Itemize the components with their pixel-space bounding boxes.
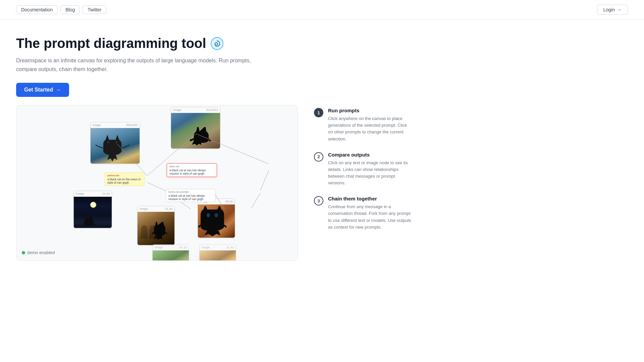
cat-svg-2 bbox=[171, 113, 220, 149]
image-node-1[interactable]: image 384x384 bbox=[90, 122, 140, 164]
step-title-1: Run prompts bbox=[328, 108, 412, 113]
image-content-1 bbox=[91, 128, 140, 164]
step-title-3: Chain them together bbox=[328, 196, 412, 201]
nav-documentation[interactable]: Documentation bbox=[16, 5, 58, 14]
arrow-right-icon: → bbox=[617, 7, 622, 12]
canvas-inner: image 384x384 bbox=[16, 105, 298, 260]
canvas-area[interactable]: image 384x384 bbox=[16, 105, 298, 261]
main-content: image 384x384 bbox=[0, 105, 644, 261]
svg-line-5 bbox=[147, 182, 167, 192]
step-num-1: 1 bbox=[314, 108, 323, 117]
step-num-2: 2 bbox=[314, 152, 323, 162]
node-header-1: image 384x384 bbox=[91, 122, 140, 128]
demo-dot bbox=[22, 251, 25, 254]
prompt-node-2[interactable]: lorem-ish prompt a black cat at san luis… bbox=[166, 189, 215, 202]
node-header-3: image 21.0s bbox=[74, 191, 112, 197]
step-desc-1: Click anywhere on the canvas to place ge… bbox=[328, 115, 412, 142]
image-node-6-partial[interactable]: image 41.2s bbox=[152, 244, 189, 261]
node-header-2: image 512x512 bbox=[171, 107, 220, 113]
svg-point-10 bbox=[115, 141, 118, 143]
cat-svg-5 bbox=[198, 204, 235, 238]
nav-twitter[interactable]: Twitter bbox=[83, 5, 106, 14]
svg-line-4 bbox=[260, 171, 269, 191]
nav-blog[interactable]: Blog bbox=[60, 5, 80, 14]
image-content-6 bbox=[153, 250, 189, 261]
image-content-5 bbox=[198, 204, 235, 238]
hero-description: Dreamspace is an infinite canvas for exp… bbox=[16, 56, 251, 73]
node-header-4: image 21.3s bbox=[138, 206, 174, 212]
login-button[interactable]: Login → bbox=[597, 5, 628, 15]
get-started-button[interactable]: Get Started → bbox=[16, 83, 69, 97]
navbar: Documentation Blog Twitter Login → bbox=[0, 0, 644, 20]
arrow-icon: → bbox=[56, 87, 61, 93]
svg-point-12 bbox=[207, 213, 210, 217]
demo-badge: demo enabled bbox=[22, 250, 55, 255]
svg-point-13 bbox=[215, 213, 218, 217]
node-header-6: image 41.2s bbox=[153, 245, 189, 250]
image-content-3 bbox=[74, 197, 112, 228]
image-content-7 bbox=[200, 250, 236, 261]
nav-links: Documentation Blog Twitter bbox=[16, 5, 106, 14]
cat-svg-1 bbox=[91, 128, 140, 164]
dreamspace-logo-icon bbox=[210, 37, 224, 50]
step-desc-3: Continue from any message in a conversat… bbox=[328, 203, 412, 231]
image-node-5[interactable]: image 46.4s bbox=[198, 198, 235, 238]
step-1: 1 Run prompts Click anywhere on the canv… bbox=[314, 108, 412, 142]
step-2: 2 Compare outputs Click on any text or i… bbox=[314, 152, 412, 187]
image-node-3[interactable]: image 21.0s bbox=[73, 191, 112, 228]
step-3: 3 Chain them together Continue from any … bbox=[314, 196, 412, 231]
image-node-7-partial[interactable]: image 31.4s bbox=[199, 244, 236, 261]
cat-svg-4 bbox=[138, 212, 175, 245]
step-title-2: Compare outputs bbox=[328, 152, 412, 158]
node-header-7: image 31.4s bbox=[200, 245, 236, 250]
step-num-3: 3 bbox=[314, 196, 323, 205]
hero-section: The prompt diagramming tool Dreamspace i… bbox=[0, 20, 302, 105]
image-content-2 bbox=[171, 113, 220, 149]
svg-line-8 bbox=[251, 193, 260, 208]
step-desc-2: Click on any text or image node to see i… bbox=[328, 160, 412, 187]
hero-title: The prompt diagramming tool bbox=[16, 36, 286, 51]
image-node-2[interactable]: image 512x512 bbox=[171, 107, 220, 149]
svg-point-9 bbox=[107, 141, 110, 143]
cat-svg-3 bbox=[74, 197, 112, 228]
steps-panel: 1 Run prompts Click anywhere on the canv… bbox=[314, 108, 428, 261]
svg-point-0 bbox=[211, 38, 223, 50]
image-content-4 bbox=[138, 212, 175, 245]
prompt-node-selected[interactable]: dark red a black cat at san luis obispo … bbox=[167, 163, 217, 177]
prompt-node-1[interactable]: yellow-ish a black cat on the moon in st… bbox=[104, 172, 145, 186]
image-node-4[interactable]: image 21.3s bbox=[137, 206, 175, 245]
